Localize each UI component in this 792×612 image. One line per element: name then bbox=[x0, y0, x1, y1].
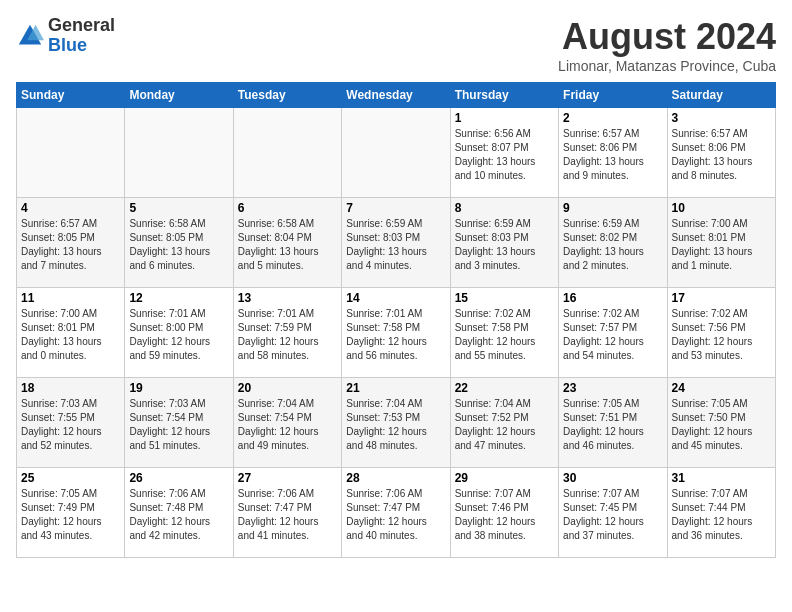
day-info: Sunrise: 7:06 AM Sunset: 7:47 PM Dayligh… bbox=[346, 487, 445, 543]
day-info: Sunrise: 7:05 AM Sunset: 7:49 PM Dayligh… bbox=[21, 487, 120, 543]
calendar-cell: 10Sunrise: 7:00 AM Sunset: 8:01 PM Dayli… bbox=[667, 198, 775, 288]
day-info: Sunrise: 7:01 AM Sunset: 7:58 PM Dayligh… bbox=[346, 307, 445, 363]
logo-blue-text: Blue bbox=[48, 36, 115, 56]
day-of-week-header: Friday bbox=[559, 83, 667, 108]
logo-icon bbox=[16, 22, 44, 50]
day-number: 3 bbox=[672, 111, 771, 125]
month-year: August 2024 bbox=[558, 16, 776, 58]
day-number: 17 bbox=[672, 291, 771, 305]
day-number: 28 bbox=[346, 471, 445, 485]
calendar-week-row: 18Sunrise: 7:03 AM Sunset: 7:55 PM Dayli… bbox=[17, 378, 776, 468]
day-number: 18 bbox=[21, 381, 120, 395]
day-info: Sunrise: 6:56 AM Sunset: 8:07 PM Dayligh… bbox=[455, 127, 554, 183]
day-number: 23 bbox=[563, 381, 662, 395]
day-info: Sunrise: 7:00 AM Sunset: 8:01 PM Dayligh… bbox=[21, 307, 120, 363]
calendar-cell bbox=[233, 108, 341, 198]
day-number: 31 bbox=[672, 471, 771, 485]
calendar-cell: 13Sunrise: 7:01 AM Sunset: 7:59 PM Dayli… bbox=[233, 288, 341, 378]
calendar-cell: 16Sunrise: 7:02 AM Sunset: 7:57 PM Dayli… bbox=[559, 288, 667, 378]
calendar-cell: 24Sunrise: 7:05 AM Sunset: 7:50 PM Dayli… bbox=[667, 378, 775, 468]
day-number: 21 bbox=[346, 381, 445, 395]
calendar-cell: 22Sunrise: 7:04 AM Sunset: 7:52 PM Dayli… bbox=[450, 378, 558, 468]
day-number: 7 bbox=[346, 201, 445, 215]
day-number: 29 bbox=[455, 471, 554, 485]
day-info: Sunrise: 7:00 AM Sunset: 8:01 PM Dayligh… bbox=[672, 217, 771, 273]
day-info: Sunrise: 7:06 AM Sunset: 7:48 PM Dayligh… bbox=[129, 487, 228, 543]
day-info: Sunrise: 7:07 AM Sunset: 7:44 PM Dayligh… bbox=[672, 487, 771, 543]
calendar-cell: 4Sunrise: 6:57 AM Sunset: 8:05 PM Daylig… bbox=[17, 198, 125, 288]
calendar-cell: 17Sunrise: 7:02 AM Sunset: 7:56 PM Dayli… bbox=[667, 288, 775, 378]
day-info: Sunrise: 7:04 AM Sunset: 7:54 PM Dayligh… bbox=[238, 397, 337, 453]
day-number: 4 bbox=[21, 201, 120, 215]
day-number: 24 bbox=[672, 381, 771, 395]
calendar-cell: 6Sunrise: 6:58 AM Sunset: 8:04 PM Daylig… bbox=[233, 198, 341, 288]
calendar-cell bbox=[125, 108, 233, 198]
day-info: Sunrise: 7:07 AM Sunset: 7:45 PM Dayligh… bbox=[563, 487, 662, 543]
calendar-cell: 30Sunrise: 7:07 AM Sunset: 7:45 PM Dayli… bbox=[559, 468, 667, 558]
logo: General Blue bbox=[16, 16, 115, 56]
day-of-week-header: Wednesday bbox=[342, 83, 450, 108]
title-block: August 2024 Limonar, Matanzas Province, … bbox=[558, 16, 776, 74]
day-number: 27 bbox=[238, 471, 337, 485]
day-number: 6 bbox=[238, 201, 337, 215]
calendar-cell: 31Sunrise: 7:07 AM Sunset: 7:44 PM Dayli… bbox=[667, 468, 775, 558]
calendar-week-row: 1Sunrise: 6:56 AM Sunset: 8:07 PM Daylig… bbox=[17, 108, 776, 198]
day-info: Sunrise: 7:02 AM Sunset: 7:56 PM Dayligh… bbox=[672, 307, 771, 363]
day-info: Sunrise: 6:57 AM Sunset: 8:06 PM Dayligh… bbox=[563, 127, 662, 183]
day-of-week-header: Thursday bbox=[450, 83, 558, 108]
calendar-cell: 5Sunrise: 6:58 AM Sunset: 8:05 PM Daylig… bbox=[125, 198, 233, 288]
day-info: Sunrise: 7:05 AM Sunset: 7:51 PM Dayligh… bbox=[563, 397, 662, 453]
day-info: Sunrise: 7:02 AM Sunset: 7:58 PM Dayligh… bbox=[455, 307, 554, 363]
day-number: 13 bbox=[238, 291, 337, 305]
calendar-table: SundayMondayTuesdayWednesdayThursdayFrid… bbox=[16, 82, 776, 558]
calendar-cell: 12Sunrise: 7:01 AM Sunset: 8:00 PM Dayli… bbox=[125, 288, 233, 378]
day-info: Sunrise: 7:01 AM Sunset: 8:00 PM Dayligh… bbox=[129, 307, 228, 363]
day-info: Sunrise: 7:04 AM Sunset: 7:52 PM Dayligh… bbox=[455, 397, 554, 453]
calendar-cell: 29Sunrise: 7:07 AM Sunset: 7:46 PM Dayli… bbox=[450, 468, 558, 558]
calendar-cell bbox=[342, 108, 450, 198]
calendar-header-row: SundayMondayTuesdayWednesdayThursdayFrid… bbox=[17, 83, 776, 108]
calendar-cell: 3Sunrise: 6:57 AM Sunset: 8:06 PM Daylig… bbox=[667, 108, 775, 198]
day-number: 10 bbox=[672, 201, 771, 215]
calendar-cell: 7Sunrise: 6:59 AM Sunset: 8:03 PM Daylig… bbox=[342, 198, 450, 288]
day-info: Sunrise: 6:59 AM Sunset: 8:02 PM Dayligh… bbox=[563, 217, 662, 273]
calendar-cell: 26Sunrise: 7:06 AM Sunset: 7:48 PM Dayli… bbox=[125, 468, 233, 558]
day-info: Sunrise: 7:06 AM Sunset: 7:47 PM Dayligh… bbox=[238, 487, 337, 543]
day-number: 1 bbox=[455, 111, 554, 125]
calendar-cell: 25Sunrise: 7:05 AM Sunset: 7:49 PM Dayli… bbox=[17, 468, 125, 558]
day-of-week-header: Tuesday bbox=[233, 83, 341, 108]
day-number: 14 bbox=[346, 291, 445, 305]
day-number: 22 bbox=[455, 381, 554, 395]
calendar-cell bbox=[17, 108, 125, 198]
day-info: Sunrise: 7:05 AM Sunset: 7:50 PM Dayligh… bbox=[672, 397, 771, 453]
logo-general-text: General bbox=[48, 16, 115, 36]
day-number: 12 bbox=[129, 291, 228, 305]
calendar-cell: 11Sunrise: 7:00 AM Sunset: 8:01 PM Dayli… bbox=[17, 288, 125, 378]
calendar-cell: 20Sunrise: 7:04 AM Sunset: 7:54 PM Dayli… bbox=[233, 378, 341, 468]
day-number: 5 bbox=[129, 201, 228, 215]
day-info: Sunrise: 7:02 AM Sunset: 7:57 PM Dayligh… bbox=[563, 307, 662, 363]
calendar-cell: 28Sunrise: 7:06 AM Sunset: 7:47 PM Dayli… bbox=[342, 468, 450, 558]
calendar-cell: 8Sunrise: 6:59 AM Sunset: 8:03 PM Daylig… bbox=[450, 198, 558, 288]
day-info: Sunrise: 6:58 AM Sunset: 8:04 PM Dayligh… bbox=[238, 217, 337, 273]
day-number: 30 bbox=[563, 471, 662, 485]
day-number: 25 bbox=[21, 471, 120, 485]
location: Limonar, Matanzas Province, Cuba bbox=[558, 58, 776, 74]
calendar-cell: 2Sunrise: 6:57 AM Sunset: 8:06 PM Daylig… bbox=[559, 108, 667, 198]
day-info: Sunrise: 7:07 AM Sunset: 7:46 PM Dayligh… bbox=[455, 487, 554, 543]
day-number: 11 bbox=[21, 291, 120, 305]
day-number: 8 bbox=[455, 201, 554, 215]
calendar-week-row: 25Sunrise: 7:05 AM Sunset: 7:49 PM Dayli… bbox=[17, 468, 776, 558]
calendar-cell: 14Sunrise: 7:01 AM Sunset: 7:58 PM Dayli… bbox=[342, 288, 450, 378]
day-number: 2 bbox=[563, 111, 662, 125]
calendar-cell: 27Sunrise: 7:06 AM Sunset: 7:47 PM Dayli… bbox=[233, 468, 341, 558]
calendar-cell: 1Sunrise: 6:56 AM Sunset: 8:07 PM Daylig… bbox=[450, 108, 558, 198]
day-number: 26 bbox=[129, 471, 228, 485]
day-number: 16 bbox=[563, 291, 662, 305]
day-of-week-header: Monday bbox=[125, 83, 233, 108]
day-info: Sunrise: 7:03 AM Sunset: 7:55 PM Dayligh… bbox=[21, 397, 120, 453]
day-info: Sunrise: 6:58 AM Sunset: 8:05 PM Dayligh… bbox=[129, 217, 228, 273]
calendar-cell: 9Sunrise: 6:59 AM Sunset: 8:02 PM Daylig… bbox=[559, 198, 667, 288]
calendar-cell: 19Sunrise: 7:03 AM Sunset: 7:54 PM Dayli… bbox=[125, 378, 233, 468]
day-number: 9 bbox=[563, 201, 662, 215]
